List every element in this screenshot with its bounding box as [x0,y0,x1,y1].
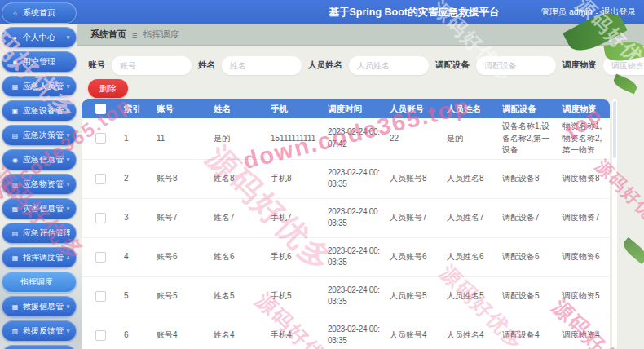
table-cell: 人员账号7 [385,198,442,237]
table-row: 6账号4姓名4手机42023-02-24 00:03:35人员账号4人员姓名4调… [82,316,610,349]
chevron-down-icon: ∨ [66,34,70,41]
breadcrumb: 系统首页 ≡ 指挥调度 [77,24,644,46]
column-header: 姓名 [209,99,266,118]
sidebar-item-label: 用户管理 [23,56,70,68]
sidebar-item-3[interactable]: ■用户管理 [2,51,77,73]
pin-icon: ◉ [11,157,20,164]
table-cell: 2023-02-24 00:07:42 [323,118,385,159]
table-cell: 调度物资5 [558,276,610,316]
sidebar-item-label: 救援信息管理 [23,301,64,312]
person-icon: ● [11,34,20,42]
table-cell: 手机5 [266,276,323,316]
chevron-down-icon: ∨ [66,328,70,334]
table-cell: 账号6 [152,237,209,276]
table-header: 索引账号姓名手机调度时间人员账号人员姓名调配设备调度物资操作 [82,99,610,118]
table-cell: 人员姓名5 [442,276,497,316]
chevron-down-icon: ∨ [66,83,70,90]
sidebar-item-15[interactable]: ▤系统管理∨ [2,345,77,349]
sidebar-item-4[interactable]: ▦应急人员管理∨ [2,76,77,97]
table-cell: 调配设备5 [497,276,558,316]
equipment-filter-input[interactable] [476,56,556,75]
header-user-area: 管理员 admin - 退出登录 [540,0,636,24]
table-cell: 手机8 [266,159,323,198]
logout-button[interactable]: 退出登录 [602,7,636,18]
table-cell: 3 [119,198,152,237]
column-header: 手机 [266,99,323,118]
sidebar-item-2[interactable]: ●个人中心∨ [2,27,77,48]
sidebar-item-1[interactable]: ⌂系统首页 [2,2,77,24]
breadcrumb-current: 指挥调度 [143,29,179,41]
breadcrumb-home[interactable]: 系统首页 [90,29,126,41]
document-icon: ▤ [11,132,20,139]
column-header: 人员账号 [385,99,442,118]
sidebar-item-10[interactable]: ▤应急评估管理 [2,223,77,244]
column-header: 调度物资 [558,99,610,118]
table-cell: 姓名7 [209,198,266,237]
table-cell: 手机4 [266,316,323,349]
row-checkbox[interactable] [95,133,106,144]
table-cell: 设备名称1,设备名称2,第一设备 [497,118,558,159]
chevron-down-icon: ∨ [66,303,70,310]
account-filter-input[interactable] [112,56,192,75]
table-cell: 1 [119,118,152,159]
sidebar-item-6[interactable]: ▤应急决策管理∨ [2,125,77,146]
sidebar-item-13[interactable]: ▦救援信息管理∨ [2,296,77,317]
sidebar-item-label: 个人中心 [23,32,64,43]
person-name-filter-label: 人员姓名 [308,60,342,71]
table-cell: 调配设备6 [497,237,558,276]
bulk-delete-button[interactable]: 删除 [88,79,128,98]
table-row: 2账号8姓名8手机82023-02-24 00:03:35人员账号8人员姓名8调… [82,159,610,198]
column-header: 索引 [119,99,152,118]
chevron-down-icon: ∨ [66,132,70,139]
sidebar-item-7[interactable]: ◉应急信息管理∨ [2,149,77,170]
table-cell: 姓名4 [209,316,266,349]
supplies-filter-input[interactable] [603,56,644,75]
table-cell: 11 [152,118,209,159]
name-filter-input[interactable] [222,56,302,75]
sidebar-item-11[interactable]: ▦指挥调度管理∧ [2,247,77,268]
sidebar-item-14[interactable]: ▥救援反馈管理∨ [2,320,77,342]
row-checkbox[interactable] [95,330,106,341]
equipment-filter-label: 调配设备 [435,60,470,71]
row-checkbox[interactable] [95,252,106,263]
column-header: 调度时间 [323,99,385,118]
table-cell: 人员账号6 [385,237,442,276]
table-cell: 是的 [442,118,497,159]
filter-bar: 账号姓名人员姓名调配设备调度物资查询 [77,45,644,77]
table-cell: 2023-02-24 00:03:35 [323,159,385,198]
row-checkbox[interactable] [95,291,106,302]
table-cell: 人员姓名4 [442,316,497,349]
select-all-checkbox[interactable] [95,104,106,114]
dash-separator: - [596,7,599,17]
table-cell: 15111111111 [266,118,323,159]
column-header: 调配设备 [497,99,558,118]
sidebar-item-label: 应急设备管理 [23,105,64,117]
box-icon: ▥ [11,181,20,188]
sidebar-item-8[interactable]: ▥应急物资管理∨ [2,174,77,195]
person-name-filter-input[interactable] [349,56,429,75]
table-cell: 人员账号8 [385,159,442,198]
table-cell: 人员账号4 [385,316,442,349]
admin-label: 管理员 admin [540,7,592,18]
table-cell: 调度物资7 [558,198,610,237]
table-cell: 人员姓名8 [442,159,497,198]
chevron-down-icon: ∨ [66,157,70,163]
main-content: 账号姓名人员姓名调配设备调度物资查询 删除 索引账号姓名手机调度时间人员账号人员… [77,45,644,349]
column-header: 人员姓名 [442,99,497,118]
sidebar-item-5[interactable]: ▣应急设备管理∨ [2,100,77,121]
dispatch-table: 索引账号姓名手机调度时间人员账号人员姓名调配设备调度物资操作 111是的1511… [82,99,610,349]
table-cell: 调配设备8 [497,159,558,198]
row-checkbox[interactable] [95,213,106,223]
table-scrollbar[interactable] [612,99,617,349]
sidebar-item-9[interactable]: ▦灾害信息管理∨ [2,198,77,219]
table-cell: 手机7 [266,198,323,237]
column-header: 账号 [152,99,209,118]
table-cell: 人员账号5 [385,276,442,316]
table-cell: 2 [119,159,152,198]
sidebar-item-12[interactable]: 指挥调度 [2,272,77,293]
table-cell: 22 [385,118,442,159]
table-row: 5账号5姓名5手机52023-02-24 00:03:35人员账号5人员姓名5调… [82,276,610,316]
supplies-filter-label: 调度物资 [562,60,597,71]
row-checkbox[interactable] [95,174,106,184]
name-filter-label: 姓名 [198,60,215,71]
